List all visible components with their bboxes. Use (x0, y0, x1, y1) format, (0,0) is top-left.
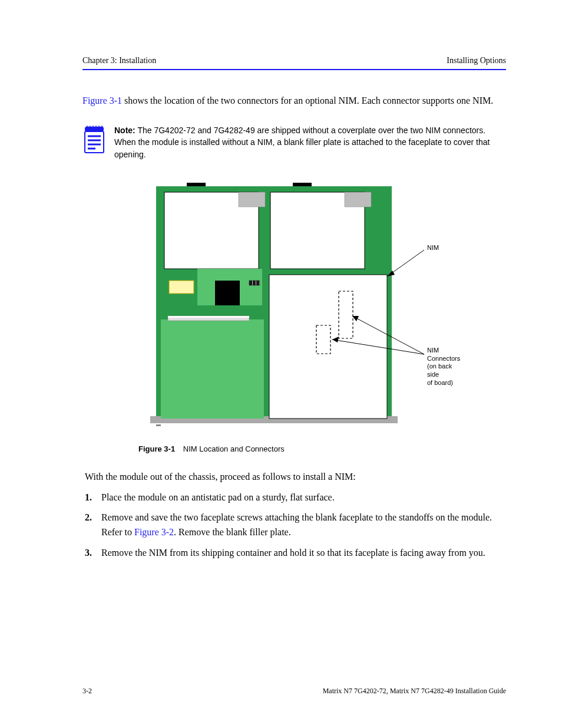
intro-text: shows the location of the two connectors… (122, 95, 493, 106)
note-label: Note: (114, 126, 135, 135)
doc-title-footer: Matrix N7 7G4202-72, Matrix N7 7G4282-49… (323, 687, 506, 696)
page-header: Chapter 3: Installation Installing Optio… (82, 56, 506, 65)
svg-rect-31 (269, 275, 387, 419)
figure-ref-link-2[interactable]: Figure 3-2 (134, 527, 174, 537)
figure-caption: Figure 3-1 NIM Location and Connectors (138, 444, 506, 453)
svg-rect-23 (215, 281, 240, 305)
step-1: 1. Place the module on an antistatic pad… (85, 490, 506, 505)
svg-rect-22 (169, 281, 194, 294)
note-icon (82, 124, 106, 154)
callout-nim: NIM (427, 244, 439, 252)
svg-rect-17 (187, 183, 206, 186)
svg-rect-16 (239, 192, 265, 207)
note-body: The 7G4202-72 and 7G4282-49 are shipped … (114, 126, 490, 159)
figure-number: Figure 3-1 (138, 444, 175, 453)
header-rule (82, 69, 506, 70)
figure-caption-text: NIM Location and Connectors (183, 444, 285, 453)
svg-rect-19 (345, 192, 371, 207)
svg-rect-30 (168, 316, 249, 318)
svg-rect-20 (293, 183, 312, 186)
svg-rect-25 (249, 281, 252, 285)
svg-rect-27 (256, 281, 259, 285)
svg-rect-14 (156, 424, 161, 426)
svg-rect-7 (85, 131, 104, 153)
svg-rect-26 (253, 281, 256, 285)
section-label: Installing Options (447, 56, 506, 65)
intro-paragraph: Figure 3-1 shows the location of the two… (82, 94, 506, 108)
page-number: 3-2 (82, 687, 92, 696)
step-3: 3. Remove the NIM from its shipping cont… (85, 546, 506, 561)
svg-rect-28 (161, 319, 264, 419)
callout-connectors: NIM Connectors (on back side of board) (427, 347, 462, 387)
page-footer: 3-2 Matrix N7 7G4202-72, Matrix N7 7G428… (82, 687, 506, 696)
figure-ref-link[interactable]: Figure 3-1 (82, 95, 122, 106)
steps-block: With the module out of the chassis, proc… (85, 470, 506, 561)
step-2: 2. Remove and save the two faceplate scr… (85, 510, 506, 540)
steps-lead: With the module out of the chassis, proc… (85, 470, 506, 485)
note-text: Note: The 7G4202-72 and 7G4282-49 are sh… (114, 124, 506, 160)
chapter-label: Chapter 3: Installation (82, 56, 156, 65)
note-block: Note: The 7G4202-72 and 7G4282-49 are sh… (82, 124, 506, 160)
figure-diagram: NIM NIM Connectors (on back side of boar… (138, 174, 457, 434)
